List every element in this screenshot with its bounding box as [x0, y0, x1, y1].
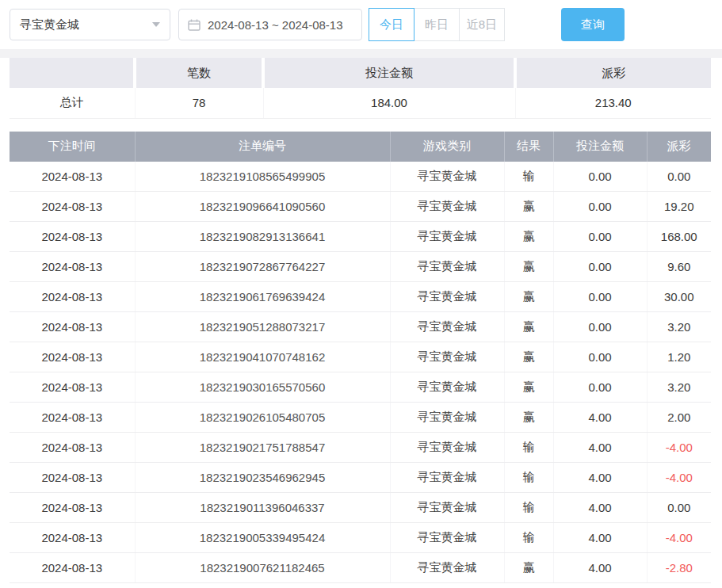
cell-order-id: 1823219007621182465: [135, 553, 390, 583]
cell-order-id: 1823219011396046337: [135, 493, 390, 523]
cell-bet-time: 2024-08-13: [10, 403, 135, 433]
cell-order-id: 1823219030165570560: [135, 372, 390, 403]
cell-payout: 30.00: [647, 282, 711, 312]
quick-button-today[interactable]: 今日: [369, 8, 414, 41]
table-row: 2024-08-13 1823219023546962945 寻宝黄金城 输 4…: [10, 463, 711, 493]
cell-payout: 168.00: [647, 222, 711, 252]
cell-order-id: 1823219051288073217: [135, 312, 390, 342]
cell-result: 赢: [504, 192, 553, 222]
table-row: 2024-08-13 1823219007621182465 寻宝黄金城 赢 4…: [10, 553, 711, 583]
cell-bet-amount: 0.00: [553, 222, 647, 252]
table-row: 2024-08-13 1823219005339495424 寻宝黄金城 输 4…: [10, 523, 711, 553]
cell-result: 赢: [504, 372, 553, 403]
cell-bet-amount: 4.00: [553, 493, 647, 523]
cell-payout: 1.20: [647, 342, 711, 372]
table-row: 2024-08-13 1823219041070748162 寻宝黄金城 赢 0…: [10, 342, 711, 372]
game-select[interactable]: 寻宝黄金城: [10, 9, 170, 40]
cell-bet-amount: 0.00: [553, 312, 647, 342]
summary-header-count: 笔数: [135, 58, 263, 88]
cell-payout: 9.60: [647, 252, 711, 282]
quick-button-yesterday[interactable]: 昨日: [414, 8, 460, 41]
cell-game-type: 寻宝黄金城: [390, 463, 504, 493]
cell-result: 输: [504, 463, 553, 493]
calendar-icon: [188, 19, 201, 31]
cell-result: 输: [504, 162, 553, 192]
summary-total-label: 总计: [10, 88, 135, 118]
cell-game-type: 寻宝黄金城: [390, 252, 504, 282]
table-row: 2024-08-13 1823219061769639424 寻宝黄金城 赢 0…: [10, 282, 711, 312]
bet-table: 下注时间 注单编号 游戏类别 结果 投注金额 派彩 2024-08-13 182…: [10, 132, 711, 584]
cell-game-type: 寻宝黄金城: [390, 312, 504, 342]
cell-result: 输: [504, 433, 553, 463]
table-row: 2024-08-13 1823219030165570560 寻宝黄金城 赢 0…: [10, 372, 711, 403]
cell-result: 赢: [504, 282, 553, 312]
col-header-bet-amount: 投注金额: [553, 132, 647, 162]
cell-bet-amount: 4.00: [553, 433, 647, 463]
game-select-value: 寻宝黄金城: [20, 17, 79, 32]
cell-bet-time: 2024-08-13: [10, 312, 135, 342]
cell-game-type: 寻宝黄金城: [390, 493, 504, 523]
summary-table: 笔数 投注金额 派彩 总计 78 184.00 213.40: [10, 58, 711, 119]
cell-bet-time: 2024-08-13: [10, 372, 135, 403]
cell-result: 赢: [504, 222, 553, 252]
cell-result: 赢: [504, 403, 553, 433]
table-row: 2024-08-13 1823219026105480705 寻宝黄金城 赢 4…: [10, 403, 711, 433]
main-content: 笔数 投注金额 派彩 总计 78 184.00 213.40 下注时间 注单编号…: [0, 58, 722, 583]
cell-game-type: 寻宝黄金城: [390, 433, 504, 463]
cell-result: 输: [504, 493, 553, 523]
cell-game-type: 寻宝黄金城: [390, 403, 504, 433]
summary-header-payout: 派彩: [515, 58, 711, 88]
cell-bet-time: 2024-08-13: [10, 553, 135, 583]
cell-game-type: 寻宝黄金城: [390, 282, 504, 312]
summary-header-row: 笔数 投注金额 派彩: [10, 58, 711, 88]
cell-bet-amount: 4.00: [553, 463, 647, 493]
table-row: 2024-08-13 1823219096641090560 寻宝黄金城 赢 0…: [10, 192, 711, 222]
cell-order-id: 1823219082913136641: [135, 222, 390, 252]
cell-bet-amount: 0.00: [553, 252, 647, 282]
cell-order-id: 1823219021751788547: [135, 433, 390, 463]
cell-result: 赢: [504, 252, 553, 282]
cell-bet-time: 2024-08-13: [10, 433, 135, 463]
date-range-value: 2024-08-13 ~ 2024-08-13: [208, 18, 343, 32]
cell-bet-amount: 0.00: [553, 282, 647, 312]
date-range-input[interactable]: 2024-08-13 ~ 2024-08-13: [178, 9, 362, 40]
cell-bet-amount: 4.00: [553, 523, 647, 553]
cell-order-id: 1823219005339495424: [135, 523, 390, 553]
summary-header-bet-amount: 投注金额: [263, 58, 515, 88]
cell-bet-time: 2024-08-13: [10, 162, 135, 192]
cell-bet-time: 2024-08-13: [10, 493, 135, 523]
cell-bet-time: 2024-08-13: [10, 252, 135, 282]
cell-payout: 19.20: [647, 192, 711, 222]
summary-header-empty: [10, 58, 135, 88]
cell-game-type: 寻宝黄金城: [390, 162, 504, 192]
cell-game-type: 寻宝黄金城: [390, 342, 504, 372]
cell-payout: -4.00: [647, 463, 711, 493]
summary-total-bet-amount: 184.00: [263, 88, 515, 118]
cell-game-type: 寻宝黄金城: [390, 222, 504, 252]
cell-payout: -2.80: [647, 553, 711, 583]
cell-result: 输: [504, 523, 553, 553]
search-button[interactable]: 查询: [561, 8, 625, 41]
section-divider: [0, 49, 722, 58]
cell-order-id: 1823219096641090560: [135, 192, 390, 222]
cell-bet-time: 2024-08-13: [10, 222, 135, 252]
cell-bet-amount: 0.00: [553, 192, 647, 222]
cell-bet-amount: 0.00: [553, 372, 647, 403]
cell-bet-time: 2024-08-13: [10, 523, 135, 553]
cell-bet-amount: 4.00: [553, 553, 647, 583]
cell-payout: -4.00: [647, 523, 711, 553]
col-header-game-type: 游戏类别: [390, 132, 504, 162]
cell-order-id: 1823219108565499905: [135, 162, 390, 192]
table-row: 2024-08-13 1823219011396046337 寻宝黄金城 输 4…: [10, 493, 711, 523]
cell-order-id: 1823219072867764227: [135, 252, 390, 282]
table-row: 2024-08-13 1823219082913136641 寻宝黄金城 赢 0…: [10, 222, 711, 252]
quick-button-last-8-days[interactable]: 近8日: [459, 8, 505, 41]
summary-total-payout: 213.40: [515, 88, 711, 118]
table-row: 2024-08-13 1823219021751788547 寻宝黄金城 输 4…: [10, 433, 711, 463]
table-row: 2024-08-13 1823219072867764227 寻宝黄金城 赢 0…: [10, 252, 711, 282]
cell-payout: -4.00: [647, 433, 711, 463]
cell-bet-amount: 0.00: [553, 162, 647, 192]
summary-total-count: 78: [135, 88, 263, 118]
cell-bet-time: 2024-08-13: [10, 463, 135, 493]
cell-payout: 3.20: [647, 312, 711, 342]
